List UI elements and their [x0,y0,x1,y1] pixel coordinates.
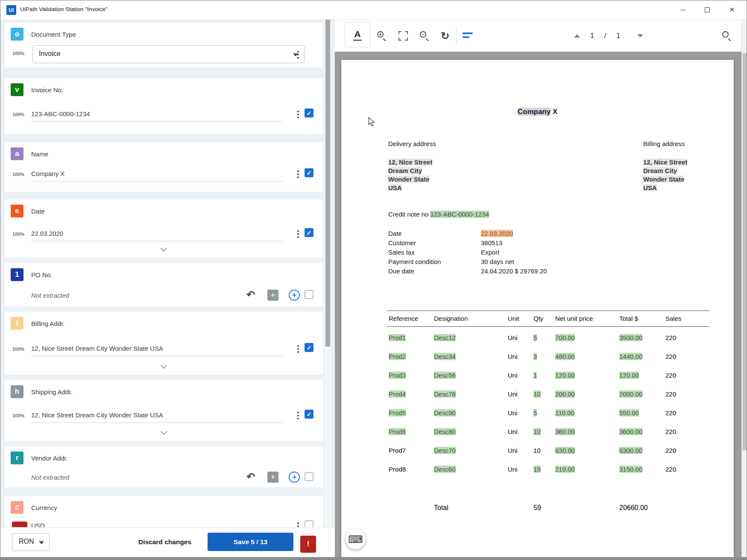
address-line: USA [643,184,687,192]
add-area-button[interactable]: + [289,472,300,483]
more-options-button[interactable] [294,343,302,355]
language-value: RON [19,538,34,545]
fields-panel-scrollbar[interactable] [325,20,331,527]
document-type-value: Invoice [39,50,61,58]
toolbar-divider [456,27,457,44]
field-label: PO No. [31,271,52,279]
info-value: 24.04.2020 $ 29769.20 [481,267,547,275]
rotate-button[interactable]: ↻ [437,20,453,52]
field-value-row: 100%22.03.2020✓ [5,228,323,241]
table-cell-unit: Uni [508,334,518,341]
info-label: Customer [388,239,416,246]
field-value: 12, Nice Street Dream City Wonder State … [31,411,163,419]
value-underline [31,241,282,241]
minimize-button[interactable] [673,0,693,19]
language-select[interactable]: RON [12,533,50,551]
table-row: Prod4Desc78Uni10200.002000.00220 [341,390,734,399]
viewer-scrollbar[interactable] [741,20,747,560]
more-options-button[interactable] [294,169,302,180]
field-checkbox[interactable] [305,472,313,481]
field-label: Billing Addr. [31,320,64,327]
add-value-button[interactable]: + [267,290,278,301]
field-checkbox[interactable]: ✓ [305,108,313,117]
panel-footer: RON Discard changes Save 5 / 13 ! [0,527,335,557]
undo-icon[interactable]: ↶ [246,471,255,483]
page-total: 1 [616,32,620,40]
confidence-value: 100% [12,112,24,117]
zoom-out-button[interactable]: − [417,20,432,52]
expand-field-button[interactable] [5,246,323,251]
keyboard-icon: ⌨ [348,534,363,545]
fit-to-screen-button[interactable] [395,20,411,52]
scrollbar-thumb[interactable] [325,20,330,346]
chevron-down-icon [161,245,167,252]
table-header-cell: Unit [508,315,519,322]
rotate-icon: ↻ [441,30,449,42]
chevron-down-icon [161,362,167,369]
value-underline [31,356,282,356]
add-value-button[interactable]: + [267,472,278,483]
more-options-button[interactable] [294,109,302,120]
field-checkbox[interactable]: ✓ [305,343,313,352]
table-row: Prod6Desc80Uni10360.003600.00220 [341,428,734,437]
table-cell-sales: 220 [665,353,676,360]
next-page-button[interactable] [637,34,643,38]
not-extracted-text: Not extracted [31,474,69,481]
info-label: Due date [388,267,414,275]
total-amount: 20660.00 [619,504,648,512]
text-annotation-button[interactable]: A [345,22,370,47]
field-checkbox[interactable] [305,290,313,299]
undo-icon[interactable]: ↶ [246,289,255,301]
table-header-cell: Designation [434,315,468,322]
validation-station-window: Ui UiPath Validation Station "Invoice" ✕… [0,0,747,560]
maximize-button[interactable] [697,0,717,19]
table-total-row: Total5920660.00 [341,504,734,513]
more-options-button[interactable] [294,410,302,421]
field-value-row: 100%12, Nice Street Dream City Wonder St… [5,343,323,356]
more-options-button[interactable] [294,49,302,60]
field-type-badge: l [11,317,23,330]
table-cell-sales: 220 [665,372,676,379]
scrollbar-thumb[interactable] [743,53,747,450]
field-card-name: aName100%Company X✓ [5,142,323,192]
extraction-overlay-button[interactable] [460,20,475,52]
table-cell-unit: Uni [508,428,518,435]
info-label: Sales tax [388,249,415,256]
address-line: 12, Nice Street [388,158,432,167]
field-value: 22.03.2020 [31,230,63,237]
more-options-button[interactable] [294,229,302,240]
add-area-button[interactable]: + [289,290,300,301]
credit-note-line: Credit note no 123-ABC-0000-1234 [388,211,489,218]
total-label: Total [434,504,448,512]
table-cell-sales: 220 [665,334,676,341]
virtual-keyboard-button[interactable]: ⌨ [346,529,366,549]
field-label: Document Type [31,31,76,38]
confidence-value: 100% [12,51,24,56]
field-type-badge: e [11,205,23,217]
field-checkbox[interactable]: ✓ [305,168,313,177]
expand-field-button[interactable] [5,363,323,368]
credit-note-value: 123-ABC-0000-1234 [430,211,489,218]
alert-button[interactable]: ! [300,536,316,553]
field-label: Date [31,208,45,215]
search-button[interactable] [718,20,735,52]
field-checkbox[interactable]: ✓ [305,228,313,237]
billing-address-label: Billing address [643,140,685,147]
delivery-address-label: Delivery address [388,140,436,147]
save-button[interactable]: Save 5 / 13 [208,533,293,551]
field-card-po_no: 1PO No.Not extracted↶++ [5,263,323,306]
value-underline [31,422,282,423]
document-type-select[interactable]: Invoice [32,45,305,63]
uipath-logo-icon: Ui [6,5,16,15]
close-button[interactable]: ✕ [722,0,742,19]
discard-changes-button[interactable]: Discard changes [107,533,223,551]
zoom-in-button[interactable]: + [374,20,390,52]
table-cell-unit: Uni [508,372,518,379]
field-label: Shipping Addr. [31,388,73,396]
previous-page-button[interactable] [574,34,580,38]
table-header-row: ReferenceDesignationUnitQtyNet unit pric… [341,315,734,323]
field-checkbox[interactable]: ✓ [305,410,313,419]
expand-field-button[interactable] [5,429,323,434]
info-label: Payment condition [388,258,441,265]
field-type-badge: o [11,28,23,41]
